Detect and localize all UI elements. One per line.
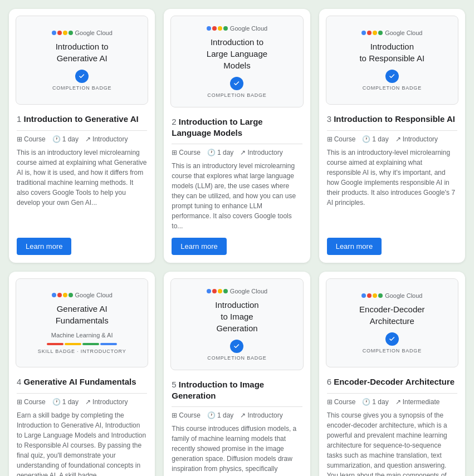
level-icon: ↗ — [85, 135, 91, 143]
card-title-text: Generative AI Fundamentals — [24, 377, 136, 386]
meta-row: ⊞ Course 🕐 1 day ↗ Introductory — [17, 135, 147, 143]
card-title-1: 1 Introduction to Generative AI — [17, 114, 147, 125]
course-grid: Google Cloud Introduction to Generative … — [9, 9, 465, 476]
level: ↗ Introductory — [85, 398, 128, 406]
duration-label: 1 day — [217, 411, 233, 419]
badge-label: COMPLETION BADGE — [207, 92, 266, 98]
google-cloud-logo: Google Cloud — [52, 30, 113, 36]
logo-text: Google Cloud — [385, 292, 422, 299]
level: ↗ Introductory — [395, 135, 438, 143]
card-body-6: 6 Encoder-Decoder Architecture ⊞ Course … — [319, 374, 465, 476]
level-icon: ↗ — [240, 149, 246, 156]
card-title-text: Encoder-Decoder Architecture — [334, 377, 455, 386]
course-type-label: Course — [334, 135, 356, 143]
level: ↗ Introductory — [240, 149, 282, 156]
learn-more-button-2[interactable]: Learn more — [172, 238, 226, 255]
course-type: ⊞ Course — [327, 135, 356, 143]
course-icon: ⊞ — [17, 398, 22, 406]
card-title-5: 5 Introduction to Image Generation — [172, 379, 302, 401]
divider — [327, 393, 457, 394]
card-number: 6 — [327, 377, 334, 386]
course-icon: ⊞ — [327, 135, 333, 143]
course-type-label: Course — [334, 398, 356, 406]
course-type: ⊞ Course — [17, 135, 46, 143]
clock-icon: 🕐 — [207, 411, 216, 419]
card-title-3: 3 Introduction to Responsible AI — [327, 114, 457, 125]
logo-text: Google Cloud — [230, 25, 267, 32]
level-icon: ↗ — [240, 411, 246, 419]
card-number: 1 — [17, 114, 24, 124]
course-type: ⊞ Course — [172, 149, 201, 156]
check-circle-icon — [230, 77, 243, 90]
duration-label: 1 day — [62, 135, 79, 143]
divider — [17, 393, 147, 394]
learn-more-button-1[interactable]: Learn more — [17, 238, 71, 255]
course-card-5: Google Cloud Introduction to Image Gener… — [164, 272, 310, 476]
level-icon: ↗ — [85, 398, 91, 406]
card-img-title-6: Encoder-Decoder Architecture — [359, 303, 425, 327]
completion-badge-area: COMPLETION BADGE — [363, 70, 422, 91]
card-body-3: 3 Introduction to Responsible AI ⊞ Cours… — [319, 111, 465, 263]
card-number: 2 — [172, 117, 179, 126]
meta-row: ⊞ Course 🕐 1 day ↗ Introductory — [17, 398, 147, 406]
clock-icon: 🕐 — [362, 398, 370, 406]
google-cloud-logo: Google Cloud — [207, 25, 267, 32]
course-card-4: Google Cloud Generative AI Fundamentals … — [9, 272, 155, 476]
card-image-4: Google Cloud Generative AI Fundamentals … — [16, 278, 148, 367]
meta-row: ⊞ Course 🕐 1 day ↗ Intermediate — [327, 398, 457, 406]
card-img-title-5: Introduction to Image Generation — [215, 299, 258, 334]
logo-text: Google Cloud — [75, 292, 113, 298]
meta-row: ⊞ Course 🕐 1 day ↗ Introductory — [327, 135, 457, 143]
card-number: 4 — [17, 377, 24, 386]
card-number: 3 — [327, 114, 334, 124]
clock-icon: 🕐 — [207, 149, 216, 156]
card-body-5: 5 Introduction to Image Generation ⊞ Cou… — [164, 377, 310, 476]
google-cloud-logo: Google Cloud — [361, 292, 422, 299]
meta-row: ⊞ Course 🕐 1 day ↗ Introductory — [172, 149, 302, 156]
course-icon: ⊞ — [17, 135, 22, 143]
card-img-title-4: Generative AI Fundamentals — [56, 303, 109, 326]
course-type: ⊞ Course — [172, 411, 201, 419]
check-circle-icon — [385, 70, 399, 83]
logo-dots — [207, 289, 228, 293]
course-icon: ⊞ — [327, 398, 333, 406]
course-card-3: Google Cloud Introduction to Responsible… — [319, 9, 465, 263]
card-body-4: 4 Generative AI Fundamentals ⊞ Course 🕐 … — [9, 374, 155, 476]
duration: 🕐 1 day — [362, 398, 388, 406]
card-title-6: 6 Encoder-Decoder Architecture — [327, 376, 457, 387]
badge-label: COMPLETION BADGE — [363, 348, 422, 354]
card-description-1: This is an introductory level microlearn… — [17, 148, 147, 232]
card-image-6: Google Cloud Encoder-Decoder Architectur… — [326, 278, 458, 367]
card-title-text: Introduction to Generative AI — [24, 114, 139, 124]
google-cloud-logo: Google Cloud — [207, 288, 267, 295]
check-circle-icon — [385, 332, 399, 346]
duration-label: 1 day — [372, 135, 388, 143]
level-icon: ↗ — [395, 398, 401, 406]
duration-label: 1 day — [372, 398, 388, 406]
completion-badge-area: COMPLETION BADGE — [363, 332, 422, 354]
level-icon: ↗ — [395, 135, 401, 143]
logo-dots — [361, 31, 383, 35]
google-cloud-logo: Google Cloud — [52, 292, 113, 298]
course-type-label: Course — [24, 135, 46, 143]
learn-more-button-3[interactable]: Learn more — [327, 238, 382, 255]
divider — [17, 130, 147, 131]
level: ↗ Intermediate — [395, 398, 440, 406]
logo-text: Google Cloud — [230, 288, 267, 295]
card-title-4: 4 Generative AI Fundamentals — [17, 376, 147, 387]
level-label: Introductory — [92, 398, 128, 406]
skill-badge-subtitle: Machine Learning & AI — [51, 332, 113, 338]
check-circle-icon — [75, 70, 89, 83]
card-img-title-3: Introduction to Responsible AI — [359, 41, 424, 64]
level-label: Introductory — [247, 149, 282, 156]
level-label: Intermediate — [403, 398, 440, 406]
course-type-label: Course — [179, 149, 201, 156]
course-icon: ⊞ — [172, 149, 177, 156]
clock-icon: 🕐 — [52, 135, 61, 143]
course-icon: ⊞ — [172, 411, 177, 419]
course-type: ⊞ Course — [17, 398, 46, 406]
skill-badge-area: Machine Learning & AI SKILL BADGE · INTR… — [38, 332, 126, 354]
card-title-text: Introduction to Image Generation — [172, 380, 264, 400]
logo-text: Google Cloud — [385, 30, 422, 36]
card-description-4: Earn a skill badge by completing the Int… — [17, 410, 147, 477]
